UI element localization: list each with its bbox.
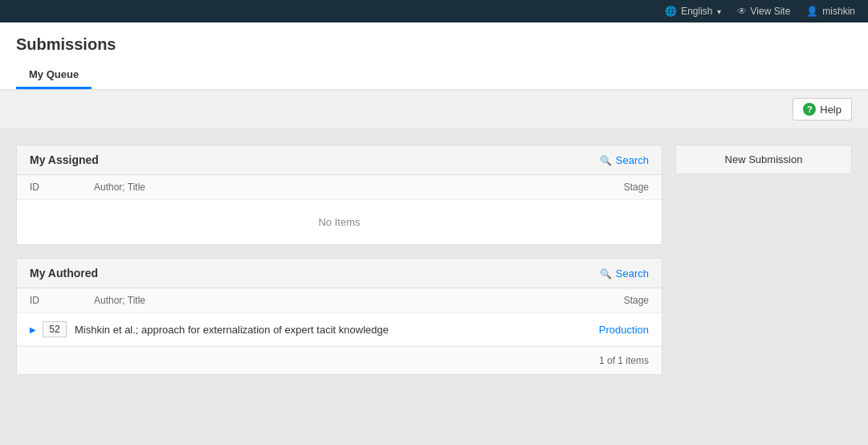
header-actions: ? Help xyxy=(0,90,868,129)
tab-my-queue[interactable]: My Queue xyxy=(16,62,92,89)
row-expand-icon[interactable]: ▶ xyxy=(30,325,36,334)
chevron-down-icon xyxy=(717,6,721,17)
globe-icon xyxy=(665,6,677,17)
help-icon: ? xyxy=(803,103,816,116)
view-site-link[interactable]: View Site xyxy=(737,6,791,17)
my-assigned-panel: My Assigned Search ID Author; Title Stag… xyxy=(16,145,662,245)
topbar: English View Site mishkin xyxy=(0,0,868,22)
my-authored-search-label: Search xyxy=(616,267,649,280)
col-id-label-2: ID xyxy=(30,295,94,306)
col-stage-label-2: Stage xyxy=(552,295,649,306)
language-label: English xyxy=(681,6,712,17)
col-stage-label: Stage xyxy=(552,182,649,193)
help-label: Help xyxy=(820,104,842,116)
submission-id: 52 xyxy=(43,321,67,337)
user-icon xyxy=(806,6,818,17)
col-author-label-2: Author; Title xyxy=(94,295,552,306)
my-authored-header: My Authored Search xyxy=(17,259,662,288)
eye-icon xyxy=(737,6,747,17)
my-assigned-title: My Assigned xyxy=(30,153,99,166)
pagination: 1 of 1 items xyxy=(17,346,662,374)
page-title: Submissions xyxy=(16,35,852,54)
my-assigned-table-header: ID Author; Title Stage xyxy=(17,175,662,200)
my-authored-search-link[interactable]: Search xyxy=(600,267,649,280)
my-authored-table-header: ID Author; Title Stage xyxy=(17,288,662,313)
my-assigned-search-label: Search xyxy=(616,154,649,166)
table-row: ▶ 52 Mishkin et al.; approach for extern… xyxy=(17,313,662,346)
my-assigned-search-link[interactable]: Search xyxy=(600,154,649,166)
new-submission-button[interactable]: New Submission xyxy=(675,145,852,174)
content-area: My Assigned Search ID Author; Title Stag… xyxy=(0,129,868,391)
view-site-label: View Site xyxy=(751,6,791,17)
tabs: My Queue xyxy=(16,62,852,89)
my-authored-panel: My Authored Search ID Author; Title Stag… xyxy=(16,258,662,375)
user-menu[interactable]: mishkin xyxy=(806,6,855,17)
user-label: mishkin xyxy=(822,6,855,17)
col-id-label: ID xyxy=(30,182,94,193)
search-icon xyxy=(600,154,612,166)
page-header: Submissions My Queue xyxy=(0,22,868,90)
main-column: My Assigned Search ID Author; Title Stag… xyxy=(16,145,662,375)
sidebar-column: New Submission xyxy=(675,145,852,375)
language-selector[interactable]: English xyxy=(665,6,720,17)
my-assigned-header: My Assigned Search xyxy=(17,145,662,175)
search-icon-2 xyxy=(600,267,612,280)
stage-link[interactable]: Production xyxy=(552,324,649,336)
submission-title: Mishkin et al.; approach for externaliza… xyxy=(75,324,552,336)
my-authored-title: My Authored xyxy=(30,267,98,280)
no-items-label: No Items xyxy=(17,200,662,244)
col-author-label: Author; Title xyxy=(94,182,552,193)
help-button[interactable]: ? Help xyxy=(793,98,852,120)
